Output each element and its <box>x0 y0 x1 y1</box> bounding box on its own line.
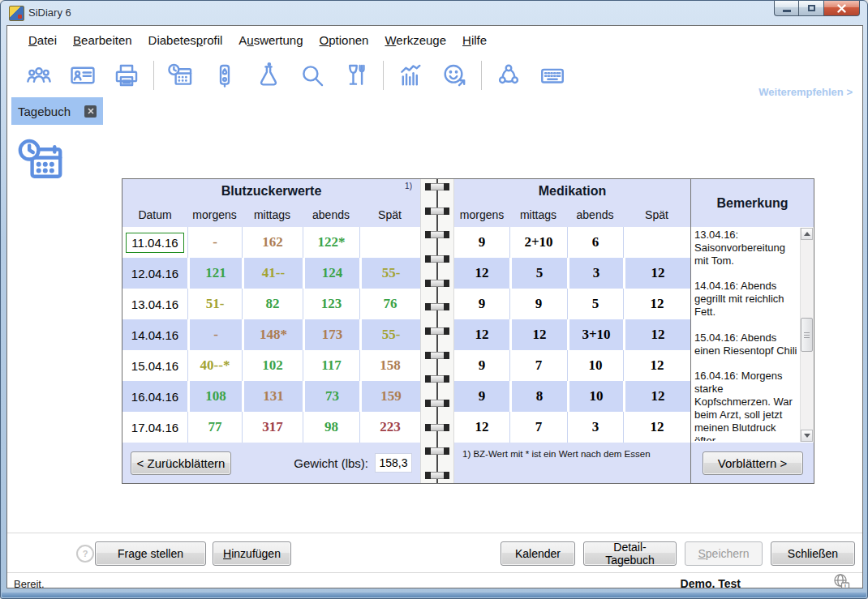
scrollbar-thumb[interactable] <box>801 318 813 352</box>
bz-cell[interactable]: 102 <box>242 350 303 381</box>
statistics-button[interactable] <box>389 58 432 92</box>
bz-cell[interactable]: 76 <box>359 289 420 319</box>
med-cell[interactable]: 5 <box>509 258 567 289</box>
remarks-scrollbar[interactable] <box>800 228 813 442</box>
lab-flask-button[interactable] <box>247 58 290 92</box>
bz-cell[interactable]: 317 <box>242 412 303 443</box>
menu-bearbeiten[interactable]: Bearbeiten <box>65 30 140 50</box>
bz-cell[interactable]: 131 <box>242 381 303 412</box>
med-cell[interactable]: 12 <box>623 381 690 412</box>
bz-cell[interactable]: 223 <box>359 412 420 443</box>
tab-close-button[interactable] <box>84 105 97 118</box>
bz-cell[interactable]: 173 <box>303 319 359 350</box>
med-cell[interactable]: 6 <box>567 227 623 258</box>
bz-cell[interactable]: - <box>187 227 242 258</box>
med-cell[interactable]: 9 <box>454 227 509 258</box>
diary-button[interactable] <box>159 58 203 92</box>
bz-cell[interactable] <box>359 227 420 258</box>
med-cell[interactable]: 9 <box>454 381 509 412</box>
med-cell[interactable]: 12 <box>623 258 690 289</box>
date-cell[interactable]: 14.04.16 <box>122 319 187 350</box>
date-cell[interactable]: 15.04.16 <box>122 350 187 381</box>
bz-cell[interactable]: 117 <box>303 350 359 381</box>
bz-cell[interactable]: 121 <box>187 258 242 289</box>
bz-cell[interactable]: 98 <box>303 412 359 443</box>
med-cell[interactable]: 9 <box>454 289 509 319</box>
menu-auswertung[interactable]: Auswertung <box>230 30 311 50</box>
glucose-meter-button[interactable] <box>203 58 247 92</box>
bz-cell[interactable]: 40--* <box>187 350 242 381</box>
date-cell[interactable]: 17.04.16 <box>122 412 187 443</box>
menu-werkzeuge[interactable]: Werkzeuge <box>376 30 454 50</box>
med-cell[interactable]: 12 <box>454 319 509 350</box>
scroll-up-button[interactable] <box>801 228 813 240</box>
bz-cell[interactable]: 41-- <box>242 258 303 289</box>
bz-cell[interactable]: 124 <box>303 258 359 289</box>
med-cell[interactable]: 9 <box>509 289 567 319</box>
ask-question-button[interactable]: Frage stellen <box>95 541 206 566</box>
med-cell[interactable]: 12 <box>623 412 690 443</box>
date-cell[interactable]: 16.04.16 <box>122 381 187 412</box>
bz-cell[interactable]: 77 <box>187 412 242 443</box>
bz-cell[interactable]: 82 <box>242 289 303 319</box>
keyboard-button[interactable] <box>531 58 574 92</box>
menu-hilfe[interactable]: Hilfe <box>454 30 495 50</box>
date-cell[interactable]: 11.04.16 <box>122 227 187 258</box>
search-button[interactable] <box>290 58 334 92</box>
bz-cell[interactable]: 123 <box>303 289 359 319</box>
med-cell[interactable]: 7 <box>509 412 567 443</box>
bz-cell[interactable]: 73 <box>303 381 359 412</box>
med-cell[interactable]: 12 <box>623 319 690 350</box>
med-cell[interactable]: 12 <box>623 289 690 319</box>
bz-cell[interactable]: 159 <box>359 381 420 412</box>
bz-cell[interactable]: 55- <box>359 319 420 350</box>
med-cell[interactable]: 10 <box>567 381 623 412</box>
minimize-button[interactable] <box>774 1 799 16</box>
share-button[interactable] <box>487 58 531 92</box>
weight-input[interactable]: 158,3 <box>375 453 412 473</box>
menu-optionen[interactable]: Optionen <box>312 30 377 50</box>
med-cell[interactable]: 3 <box>567 412 623 443</box>
next-page-button[interactable]: Vorblättern > <box>703 451 803 475</box>
med-cell[interactable]: 10 <box>567 350 623 381</box>
add-button[interactable]: Hinzufügen <box>213 541 291 566</box>
med-cell[interactable] <box>623 227 690 258</box>
scroll-down-button[interactable] <box>801 430 813 442</box>
tab-tagebuch[interactable]: Tagebuch <box>11 97 103 125</box>
med-cell[interactable]: 2+10 <box>509 227 567 258</box>
maximize-button[interactable] <box>799 1 823 16</box>
med-cell[interactable]: 5 <box>567 289 623 319</box>
remarks-text[interactable]: 13.04.16: Saisonvorbereitung mit Tom. 14… <box>694 229 799 441</box>
med-cell[interactable]: 3 <box>567 258 623 289</box>
date-cell[interactable]: 12.04.16 <box>122 258 187 289</box>
med-cell[interactable]: 12 <box>454 258 509 289</box>
bz-cell[interactable]: 51- <box>187 289 242 319</box>
bz-cell[interactable]: 148* <box>242 319 303 350</box>
menu-datei[interactable]: Datei <box>20 30 65 50</box>
med-cell[interactable]: 3+10 <box>567 319 623 350</box>
recommend-link[interactable]: Weiterempfehlen > <box>758 86 853 98</box>
bz-cell[interactable]: - <box>187 319 242 350</box>
bz-cell[interactable]: 122* <box>303 227 359 258</box>
contact-card-button[interactable] <box>61 58 105 92</box>
date-cell[interactable]: 13.04.16 <box>122 289 187 319</box>
menu-diabetesprofil[interactable]: Diabetesprofil <box>140 30 231 50</box>
remarks-panel[interactable]: 13.04.16: Saisonvorbereitung mit Tom. 14… <box>690 227 814 443</box>
print-button[interactable] <box>105 58 148 92</box>
med-cell[interactable]: 12 <box>623 350 690 381</box>
med-cell[interactable]: 8 <box>509 381 567 412</box>
bz-cell[interactable]: 158 <box>359 350 420 381</box>
wellbeing-button[interactable] <box>432 58 476 92</box>
users-button[interactable] <box>17 58 61 92</box>
bz-cell[interactable]: 55- <box>359 258 420 289</box>
close-dialog-button[interactable]: Schließen <box>771 541 855 566</box>
calendar-button[interactable]: Kalender <box>501 541 575 566</box>
bz-cell[interactable]: 108 <box>187 381 242 412</box>
detail-diary-button[interactable]: Detail-Tagebuch <box>583 541 677 566</box>
close-button[interactable] <box>823 1 860 16</box>
med-cell[interactable]: 12 <box>509 319 567 350</box>
previous-page-button[interactable]: < Zurückblättern <box>131 451 231 475</box>
med-cell[interactable]: 9 <box>454 350 509 381</box>
bz-cell[interactable]: 162 <box>242 227 303 258</box>
food-drink-button[interactable] <box>334 58 378 92</box>
